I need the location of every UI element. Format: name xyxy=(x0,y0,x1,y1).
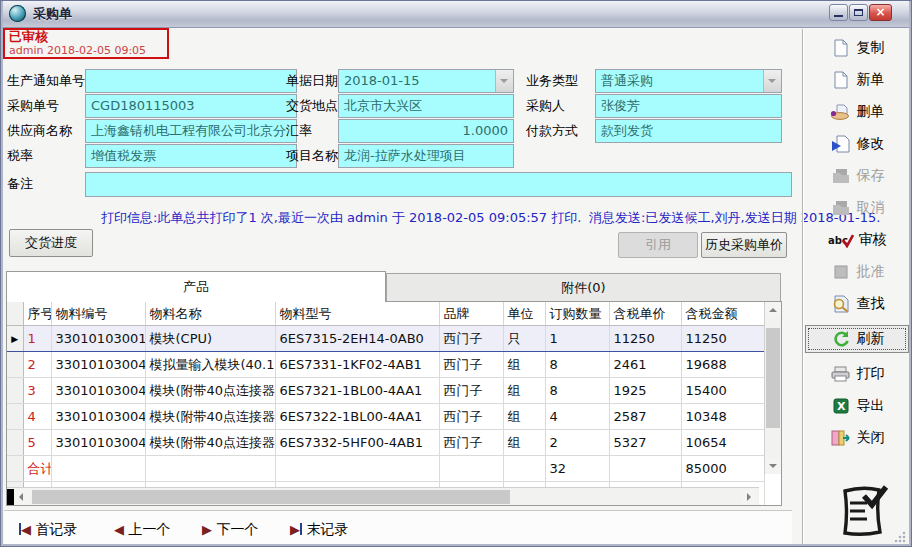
last-record-icon: ▶ xyxy=(290,522,302,537)
row-selector-cell[interactable] xyxy=(7,378,23,404)
next-record-button[interactable]: ▶ 下一个 xyxy=(202,519,258,539)
split-box[interactable] xyxy=(7,489,14,505)
payment-method-label: 付款方式 xyxy=(526,119,578,143)
cell: 组 xyxy=(503,378,545,404)
prev-record-button[interactable]: ◀ 上一个 xyxy=(114,519,170,539)
hscroll-thumb[interactable] xyxy=(32,490,510,504)
modify-button[interactable]: 修改 xyxy=(805,133,909,155)
audit-button[interactable]: abc 审核 xyxy=(805,229,909,251)
column-header[interactable]: 含税单价 xyxy=(609,302,681,326)
find-magnifier-icon xyxy=(830,295,852,313)
payment-method-field[interactable]: 款到发货 xyxy=(595,119,782,143)
export-label: 导出 xyxy=(857,397,885,415)
row-selector-cell[interactable] xyxy=(7,456,23,482)
project-name-field[interactable]: 龙润-拉萨水处理项目 xyxy=(338,144,514,168)
business-type-combo[interactable]: 普通采购 xyxy=(595,69,782,93)
table-row[interactable]: 2330101030041模拟量输入模块(40.1)6ES7331-1KF02-… xyxy=(7,352,764,378)
field-value: 增值税发票 xyxy=(91,148,156,163)
scroll-right-button[interactable] xyxy=(741,489,757,505)
field-value: 普通采购 xyxy=(601,73,653,88)
scroll-up-button[interactable] xyxy=(765,302,781,317)
cancel-button[interactable]: 取消 xyxy=(805,197,909,219)
products-table: 序号物料编号物料名称物料型号品牌单位订购数量含税单价含税金额 ▶13301010… xyxy=(7,302,765,506)
audit-abc-check-icon: abc xyxy=(828,233,854,248)
table-row[interactable]: 5330101030047模块(附带40点连接器)6ES7332-5HF00-4… xyxy=(7,430,764,456)
row-selector-cell[interactable] xyxy=(7,430,23,456)
cell xyxy=(609,456,681,482)
save-folder-icon xyxy=(830,168,852,184)
doc-date-combo[interactable]: 2018-01-15 xyxy=(338,69,514,93)
history-price-button[interactable]: 历史采购单价 xyxy=(701,232,787,258)
new-doc-button[interactable]: 新单 xyxy=(805,69,909,91)
approve-button[interactable]: 批准 xyxy=(805,261,909,283)
scroll-left-button[interactable] xyxy=(15,489,31,505)
column-header[interactable]: 序号 xyxy=(23,302,51,326)
cell xyxy=(439,456,503,482)
horizontal-scrollbar[interactable] xyxy=(7,487,759,505)
table-row[interactable]: ▶1330101030011模块(CPU)6ES7315-2EH14-0AB0西… xyxy=(7,326,764,352)
production-notice-no-field[interactable] xyxy=(85,69,297,93)
close-window-button[interactable]: × xyxy=(869,4,892,21)
chevron-down-icon[interactable] xyxy=(763,70,781,92)
refresh-button[interactable]: 刷新 xyxy=(805,325,909,353)
table-row[interactable]: 3330101030044模块(附带40点连接器)6ES7321-1BL00-4… xyxy=(7,378,764,404)
delivery-progress-button[interactable]: 交货进度 xyxy=(9,229,93,257)
row-selector-cell[interactable]: ▶ xyxy=(7,326,23,352)
cell: 1 xyxy=(545,326,609,352)
minimize-button[interactable] xyxy=(829,4,848,21)
excel-export-icon: X xyxy=(830,398,852,414)
purchaser-field[interactable]: 张俊芳 xyxy=(595,94,782,118)
tax-rate-field[interactable]: 增值税发票 xyxy=(85,144,297,168)
table-total-row[interactable]: 合计3285000 xyxy=(7,456,764,482)
audit-label: 审核 xyxy=(859,231,887,249)
maximize-button[interactable] xyxy=(849,4,868,21)
cell: 2 xyxy=(545,430,609,456)
column-header[interactable]: 物料名称 xyxy=(145,302,275,326)
row-selector-cell[interactable] xyxy=(7,404,23,430)
table-row[interactable]: 4330101030045模块(附带40点连接器)6ES7322-1BL00-4… xyxy=(7,404,764,430)
column-header[interactable]: 物料编号 xyxy=(51,302,145,326)
column-header[interactable]: 品牌 xyxy=(439,302,503,326)
print-button[interactable]: 打印 xyxy=(805,363,909,385)
copy-button[interactable]: 复制 xyxy=(805,37,909,59)
selector-column-header xyxy=(7,302,23,326)
tab-attachments[interactable]: 附件(0) xyxy=(386,273,781,301)
remarks-field[interactable] xyxy=(85,172,792,197)
production-notice-no-label: 生产通知单号 xyxy=(7,69,85,93)
cell: 32 xyxy=(545,456,609,482)
products-grid-panel: 序号物料编号物料名称物料型号品牌单位订购数量含税单价含税金额 ▶13301010… xyxy=(6,301,782,506)
exchange-rate-field[interactable]: 1.0000 xyxy=(338,119,514,143)
reference-button[interactable]: 引用 xyxy=(618,232,698,258)
cell: 330101030011 xyxy=(51,326,145,352)
chevron-down-icon[interactable] xyxy=(495,70,513,92)
cancel-folder-icon xyxy=(830,200,852,216)
export-button[interactable]: X 导出 xyxy=(805,395,909,417)
vertical-scrollbar[interactable] xyxy=(764,302,781,474)
cell: 西门子 xyxy=(439,430,503,456)
find-button[interactable]: 查找 xyxy=(805,293,909,315)
delete-button[interactable]: 删单 xyxy=(805,101,909,123)
purchase-order-no-field[interactable]: CGD180115003 xyxy=(85,94,297,118)
close-button[interactable]: 关闭 xyxy=(805,427,909,449)
row-selector-cell[interactable] xyxy=(7,352,23,378)
save-button[interactable]: 保存 xyxy=(805,165,909,187)
grid-body: ▶1330101030011模块(CPU)6ES7315-2EH14-0AB0西… xyxy=(7,326,764,507)
tab-products[interactable]: 产品 xyxy=(6,271,386,302)
audit-status-label: 已审核 xyxy=(9,30,163,44)
first-record-button[interactable]: ◀ 首记录 xyxy=(19,519,77,539)
column-header[interactable]: 订购数量 xyxy=(545,302,609,326)
delivery-place-field[interactable]: 北京市大兴区 xyxy=(338,94,514,118)
last-record-button[interactable]: ▶ 末记录 xyxy=(290,519,348,539)
cell xyxy=(51,456,145,482)
exit-door-icon xyxy=(830,430,852,446)
minimize-icon xyxy=(834,15,843,17)
vscroll-thumb[interactable] xyxy=(766,328,780,428)
column-header[interactable]: 含税金额 xyxy=(681,302,764,326)
column-header[interactable]: 单位 xyxy=(503,302,545,326)
column-header[interactable]: 物料型号 xyxy=(275,302,439,326)
cell: 组 xyxy=(503,352,545,378)
resize-grip[interactable] xyxy=(894,531,906,543)
supplier-name-field[interactable]: 上海鑫锖机电工程有限公司北京分 xyxy=(85,119,297,143)
scroll-down-button[interactable] xyxy=(765,458,781,473)
first-record-label: 首记录 xyxy=(35,521,77,537)
